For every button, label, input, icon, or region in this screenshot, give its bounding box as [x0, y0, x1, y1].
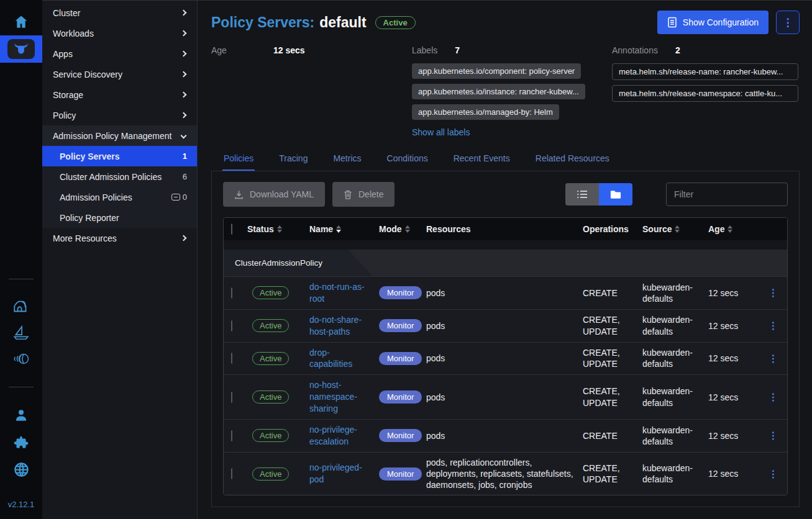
sort-icon[interactable] — [277, 225, 282, 233]
grouped-view-button[interactable] — [599, 183, 632, 205]
cluster-shortcut-2[interactable] — [0, 325, 42, 341]
sidebar-item-storage[interactable]: Storage — [42, 84, 197, 105]
tab-related-resources[interactable]: Related Resources — [534, 148, 611, 171]
policy-name-link[interactable]: no-host-namespace-sharing — [309, 379, 374, 415]
cluster-shortcut-1[interactable] — [0, 299, 42, 315]
mode-badge: Monitor — [379, 352, 422, 365]
sort-icon[interactable] — [675, 225, 680, 233]
sort-icon[interactable] — [336, 225, 341, 233]
tab-tracing[interactable]: Tracing — [278, 148, 309, 171]
sidebar-item-policy-servers[interactable]: Policy Servers 1 — [42, 146, 197, 166]
sidebar-item-policy[interactable]: Policy — [42, 105, 197, 125]
delete-button[interactable]: Delete — [332, 182, 395, 207]
mode-badge: Monitor — [379, 319, 422, 332]
table-row[interactable]: Active no-host-namespace-sharing Monitor… — [224, 374, 787, 419]
label-chip: app.kubernetes.io/instance: rancher-kube… — [412, 84, 585, 99]
kubewarden-app-button[interactable] — [0, 35, 42, 63]
age-cell: 12 secs — [708, 287, 759, 299]
row-actions-menu-button[interactable]: ⋮ — [759, 320, 787, 332]
operations-cell: CREATE, UPDATE — [583, 386, 642, 408]
sidebar-item-policy-reporter[interactable]: Policy Reporter — [42, 207, 197, 228]
row-checkbox[interactable] — [231, 287, 232, 299]
kubewarden-bull-icon — [7, 39, 35, 59]
page-title: Policy Servers: default Active — [211, 11, 416, 31]
resources-cell: pods — [426, 392, 583, 403]
sailboat-cluster-icon — [12, 325, 30, 341]
table-row[interactable]: Active do-not-share-host-paths Monitor p… — [224, 309, 787, 342]
flat-list-view-button[interactable] — [565, 183, 599, 205]
tab-recent-events[interactable]: Recent Events — [452, 148, 511, 171]
annotation-chip: meta.helm.sh/release-namespace: cattle-k… — [612, 85, 798, 102]
table-row[interactable]: Active no-privilege-escalation Monitor p… — [224, 419, 787, 452]
policy-name-link[interactable]: do-not-share-host-paths — [309, 314, 374, 338]
sidebar-item-service-discovery[interactable]: Service Discovery — [42, 64, 197, 84]
select-all-checkbox[interactable] — [231, 223, 232, 235]
sidebar-item-cluster[interactable]: Cluster — [42, 2, 197, 23]
cluster-shortcut-3[interactable] — [0, 352, 42, 366]
user-menu-button[interactable] — [0, 407, 42, 423]
policy-name-link[interactable]: no-privileged-pod — [309, 462, 374, 485]
app-version: v2.12.1 — [0, 500, 42, 509]
row-checkbox[interactable] — [231, 320, 232, 332]
sidebar: Cluster Workloads Apps Service Discovery… — [42, 0, 198, 519]
row-actions-menu-button[interactable]: ⋮ — [759, 353, 787, 364]
row-actions-menu-button[interactable]: ⋮ — [759, 287, 787, 299]
column-header-resources[interactable]: Resources — [426, 224, 471, 234]
sidebar-item-more-resources[interactable]: More Resources — [42, 228, 197, 248]
language-button[interactable] — [0, 461, 42, 478]
sidebar-item-apps[interactable]: Apps — [42, 43, 197, 64]
extensions-button[interactable] — [0, 435, 42, 451]
labels-label: Labels — [412, 45, 437, 55]
rail-divider — [9, 279, 34, 279]
operations-cell: CREATE, UPDATE — [583, 314, 642, 336]
policy-name-link[interactable]: no-privilege-escalation — [309, 424, 374, 448]
home-button[interactable] — [0, 14, 42, 30]
header-actions-menu-button[interactable]: ⋮ — [776, 11, 800, 34]
tab-conditions[interactable]: Conditions — [386, 148, 429, 171]
column-header-mode[interactable]: Mode — [379, 224, 402, 234]
tab-metrics[interactable]: Metrics — [332, 148, 362, 171]
status-badge: Active — [252, 319, 289, 332]
column-header-status[interactable]: Status — [247, 224, 274, 234]
row-checkbox[interactable] — [231, 468, 232, 479]
row-actions-menu-button[interactable]: ⋮ — [759, 468, 787, 480]
resource-type-link[interactable]: Policy Servers: — [211, 14, 314, 31]
show-configuration-button[interactable]: Show Configuration — [657, 11, 769, 34]
table-row[interactable]: Active no-privileged-pod Monitor pods, r… — [224, 452, 787, 495]
sidebar-item-workloads[interactable]: Workloads — [42, 23, 197, 43]
resource-name: default — [319, 14, 366, 31]
mode-badge: Monitor — [379, 467, 422, 481]
row-actions-menu-button[interactable]: ⋮ — [759, 430, 787, 441]
policy-name-link[interactable]: do-not-run-as-root — [309, 281, 374, 305]
app-rail: v2.12.1 — [0, 0, 42, 519]
annotation-chip: meta.helm.sh/release-name: rancher-kubew… — [612, 63, 798, 80]
sidebar-item-cluster-admission-policies[interactable]: Cluster Admission Policies 6 — [42, 166, 197, 187]
annotations-count: 2 — [675, 45, 680, 55]
resources-cell: pods — [426, 353, 583, 364]
source-cell: kubewarden-defaults — [642, 463, 708, 485]
column-header-source[interactable]: Source — [642, 224, 672, 234]
show-all-labels-link[interactable]: Show all labels — [412, 127, 470, 137]
sort-icon[interactable] — [405, 225, 410, 233]
folder-icon — [610, 190, 621, 199]
sidebar-item-label: Apps — [53, 49, 181, 59]
column-header-name[interactable]: Name — [309, 224, 333, 234]
sidebar-item-label: Policy Servers — [60, 151, 183, 161]
tab-policies[interactable]: Policies — [222, 148, 255, 171]
row-checkbox[interactable] — [231, 353, 232, 364]
table-row[interactable]: Active do-not-run-as-root Monitor pods C… — [224, 276, 787, 309]
count-badge: 0 — [171, 192, 187, 202]
sidebar-item-label: Admission Policies — [60, 192, 171, 202]
filter-input[interactable] — [666, 183, 788, 206]
row-checkbox[interactable] — [231, 430, 232, 441]
sidebar-item-admission-policy-management[interactable]: Admission Policy Management — [42, 125, 197, 146]
sort-icon[interactable] — [728, 225, 732, 233]
row-actions-menu-button[interactable]: ⋮ — [759, 391, 787, 403]
policy-name-link[interactable]: drop-capabilities — [309, 347, 374, 371]
table-row[interactable]: Active drop-capabilities Monitor pods CR… — [224, 342, 787, 375]
sidebar-item-admission-policies[interactable]: Admission Policies 0 — [42, 187, 197, 207]
download-yaml-button[interactable]: Download YAML — [223, 182, 325, 207]
row-checkbox[interactable] — [231, 392, 232, 403]
column-header-age[interactable]: Age — [708, 224, 724, 234]
button-label: Download YAML — [250, 189, 314, 199]
